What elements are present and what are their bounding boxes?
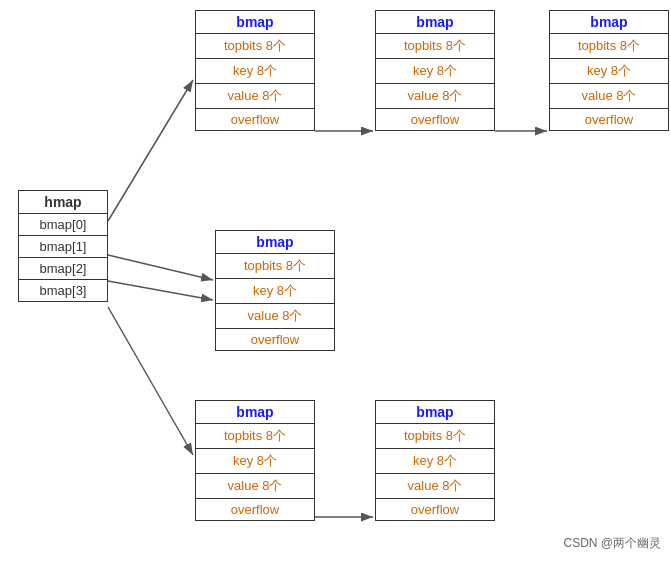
- bmap-row-5-3: overflow: [376, 499, 494, 520]
- bmap-row-4-2: value 8个: [196, 474, 314, 499]
- bmap-row-5-2: value 8个: [376, 474, 494, 499]
- bmap-box-0: bmaptopbits 8个key 8个value 8个overflow: [195, 10, 315, 131]
- bmap-title-3: bmap: [216, 231, 334, 254]
- bmap-box-1: bmaptopbits 8个key 8个value 8个overflow: [375, 10, 495, 131]
- hmap-title: hmap: [19, 191, 107, 214]
- bmap-row-3-1: key 8个: [216, 279, 334, 304]
- bmap-row-1-3: overflow: [376, 109, 494, 130]
- hmap-row-2: bmap[2]: [19, 258, 107, 280]
- bmap-row-0-3: overflow: [196, 109, 314, 130]
- bmap-row-2-3: overflow: [550, 109, 668, 130]
- bmap-row-2-2: value 8个: [550, 84, 668, 109]
- bmap-row-0-1: key 8个: [196, 59, 314, 84]
- bmap-title-1: bmap: [376, 11, 494, 34]
- hmap-box: hmap bmap[0] bmap[1] bmap[2] bmap[3]: [18, 190, 108, 302]
- bmap-row-5-1: key 8个: [376, 449, 494, 474]
- bmap-row-2-1: key 8个: [550, 59, 668, 84]
- bmap-title-5: bmap: [376, 401, 494, 424]
- bmap-row-2-0: topbits 8个: [550, 34, 668, 59]
- bmap-box-3: bmaptopbits 8个key 8个value 8个overflow: [215, 230, 335, 351]
- bmap-row-3-0: topbits 8个: [216, 254, 334, 279]
- bmap-row-0-2: value 8个: [196, 84, 314, 109]
- bmap-row-1-0: topbits 8个: [376, 34, 494, 59]
- bmap-title-4: bmap: [196, 401, 314, 424]
- bmap-row-4-0: topbits 8个: [196, 424, 314, 449]
- bmap-title-0: bmap: [196, 11, 314, 34]
- hmap-row-0: bmap[0]: [19, 214, 107, 236]
- watermark: CSDN @两个幽灵: [563, 535, 661, 552]
- svg-line-5: [108, 281, 213, 300]
- bmap-box-2: bmaptopbits 8个key 8个value 8个overflow: [549, 10, 669, 131]
- bmap-row-4-1: key 8个: [196, 449, 314, 474]
- bmap-row-3-2: value 8个: [216, 304, 334, 329]
- bmap-row-4-3: overflow: [196, 499, 314, 520]
- hmap-row-3: bmap[3]: [19, 280, 107, 301]
- bmap-box-4: bmaptopbits 8个key 8个value 8个overflow: [195, 400, 315, 521]
- bmap-row-0-0: topbits 8个: [196, 34, 314, 59]
- bmap-row-1-2: value 8个: [376, 84, 494, 109]
- svg-line-1: [108, 80, 193, 221]
- bmap-row-1-1: key 8个: [376, 59, 494, 84]
- svg-line-6: [108, 307, 193, 455]
- bmap-box-5: bmaptopbits 8个key 8个value 8个overflow: [375, 400, 495, 521]
- bmap-title-2: bmap: [550, 11, 668, 34]
- svg-line-4: [108, 255, 213, 280]
- hmap-row-1: bmap[1]: [19, 236, 107, 258]
- bmap-row-5-0: topbits 8个: [376, 424, 494, 449]
- bmap-row-3-3: overflow: [216, 329, 334, 350]
